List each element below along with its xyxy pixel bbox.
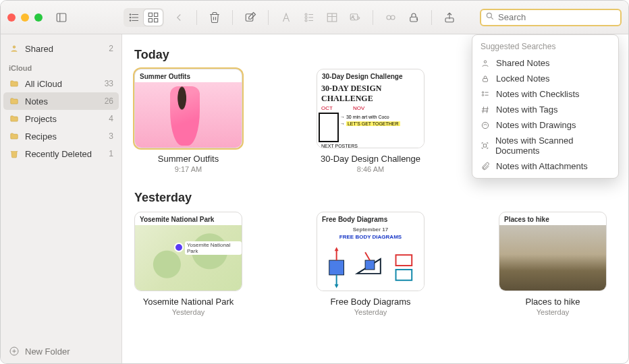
svg-rect-10 (148, 18, 152, 22)
thumb-text: 30-DAY DESIGN CHALLENGE (317, 82, 424, 105)
list-view-button[interactable] (125, 9, 144, 26)
thumb-preview: September 17 FREE BODY DIAGRAMS (317, 225, 424, 291)
toggle-sidebar-button[interactable] (53, 9, 70, 26)
suggestion-attachments[interactable]: Notes with Attachments (472, 158, 618, 174)
sidebar-item-count: 2 (109, 44, 113, 53)
table-button[interactable] (324, 9, 340, 26)
suggestion-drawings[interactable]: Notes with Drawings (472, 117, 618, 133)
svg-point-25 (391, 16, 395, 20)
search-input[interactable] (498, 12, 616, 22)
note-card[interactable]: Summer Outfits Summer Outfits 9:17 AM (134, 69, 242, 173)
suggested-searches-dropdown: Suggested Searches Shared Notes Locked N… (472, 34, 619, 179)
svg-point-15 (305, 16, 307, 18)
note-card[interactable]: Places to hike Places to hike Yesterday (499, 212, 607, 316)
suggestion-shared-notes[interactable]: Shared Notes (472, 55, 618, 71)
notes-window: Shared 2 iCloud All iCloud 33 Notes 26 P… (0, 0, 629, 364)
sidebar-item-count: 33 (105, 79, 113, 88)
suggestion-label: Notes with Checklists (496, 89, 580, 99)
svg-rect-54 (396, 255, 412, 266)
gallery-area: Suggested Searches Shared Notes Locked N… (122, 34, 628, 363)
search-field[interactable] (480, 9, 622, 26)
svg-rect-11 (155, 18, 158, 22)
svg-point-13 (305, 13, 307, 16)
thumb-text: FREE BODY DIAGRAMS (317, 233, 424, 240)
svg-rect-46 (329, 260, 344, 275)
media-button[interactable] (347, 9, 363, 26)
svg-point-7 (130, 20, 131, 21)
checklist-button[interactable] (301, 9, 317, 26)
share-button[interactable] (441, 9, 458, 26)
format-button[interactable] (278, 9, 294, 26)
back-button[interactable] (171, 9, 187, 26)
suggestion-label: Notes with Attachments (496, 161, 588, 171)
sidebar-item-notes[interactable]: Notes 26 (3, 92, 119, 110)
note-thumbnail: Free Body Diagrams September 17 FREE BOD… (317, 212, 425, 291)
suggestion-checklists[interactable]: Notes with Checklists (472, 86, 618, 102)
svg-rect-45 (483, 144, 486, 147)
sidebar-item-projects[interactable]: Projects 4 (1, 110, 121, 127)
svg-marker-50 (335, 284, 339, 289)
sidebar-item-recipes[interactable]: Recipes 3 (1, 127, 121, 145)
thumb-preview: Yosemite National Park (135, 225, 242, 291)
svg-point-24 (387, 16, 391, 20)
link-note-button[interactable] (383, 9, 399, 26)
view-mode-segmented (124, 8, 164, 27)
close-window-button[interactable] (7, 13, 16, 22)
new-folder-button[interactable]: New Folder (1, 339, 121, 363)
dropdown-heading: Suggested Searches (472, 40, 618, 55)
note-timestamp: 8:46 AM (357, 165, 384, 173)
thumb-text: September 17 (317, 225, 424, 233)
suggestion-locked-notes[interactable]: Locked Notes (472, 71, 618, 86)
note-thumbnail: Places to hike (499, 212, 607, 291)
thumb-title: 30-Day Design Challenge (317, 69, 424, 82)
svg-point-44 (482, 122, 488, 128)
svg-point-5 (130, 13, 131, 15)
lock-button[interactable] (406, 9, 422, 26)
svg-point-30 (13, 46, 16, 49)
thumb-preview (499, 225, 606, 291)
svg-rect-8 (148, 13, 152, 16)
note-timestamp: Yesterday (537, 308, 570, 316)
shared-icon (9, 43, 20, 54)
svg-line-29 (491, 17, 493, 19)
note-timestamp: Yesterday (354, 308, 387, 316)
svg-rect-0 (57, 13, 66, 22)
note-title: Summer Outfits (158, 154, 219, 164)
thumb-text: NOV (353, 105, 364, 111)
thumb-text: 30 min art with Coco (346, 115, 389, 119)
sidebar-item-all-icloud[interactable]: All iCloud 33 (1, 75, 121, 92)
svg-point-6 (130, 17, 131, 18)
sidebar-item-label: Projects (25, 114, 57, 124)
note-thumbnail: Yosemite National Park Yosemite National… (134, 212, 242, 291)
svg-line-40 (483, 107, 484, 113)
thumb-title: Yosemite National Park (135, 212, 242, 225)
note-title: Places to hike (526, 297, 580, 307)
sidebar-item-label: All iCloud (25, 79, 62, 89)
note-card[interactable]: Free Body Diagrams September 17 FREE BOD… (317, 212, 425, 316)
sidebar-item-label: Recipes (25, 131, 57, 142)
svg-point-34 (484, 60, 487, 63)
sidebar-item-recently-deleted[interactable]: Recently Deleted 1 (1, 145, 121, 162)
note-title: Yosemite National Park (143, 297, 234, 307)
svg-point-38 (482, 94, 483, 96)
thumb-shape (319, 113, 339, 142)
note-card[interactable]: 30-Day Design Challenge 30-DAY DESIGN CH… (317, 69, 425, 173)
fullscreen-window-button[interactable] (34, 13, 43, 22)
minimize-window-button[interactable] (21, 13, 29, 22)
new-folder-label: New Folder (25, 346, 70, 357)
sidebar-item-shared[interactable]: Shared 2 (1, 40, 121, 57)
compose-button[interactable] (242, 9, 258, 26)
sidebar-item-label: Recently Deleted (25, 149, 92, 159)
search-icon (485, 11, 495, 24)
suggestion-scanned[interactable]: Notes with Scanned Documents (472, 133, 618, 158)
sidebar-item-count: 3 (109, 131, 113, 141)
titlebar (1, 1, 628, 34)
gallery-view-button[interactable] (144, 9, 163, 26)
svg-rect-55 (396, 270, 412, 280)
thumb-title: Free Body Diagrams (317, 212, 424, 225)
suggestion-tags[interactable]: Notes with Tags (472, 102, 618, 117)
delete-button[interactable] (207, 9, 223, 26)
note-title: Free Body Diagrams (330, 297, 410, 307)
note-card[interactable]: Yosemite National Park Yosemite National… (134, 212, 242, 316)
window-controls (7, 13, 43, 22)
